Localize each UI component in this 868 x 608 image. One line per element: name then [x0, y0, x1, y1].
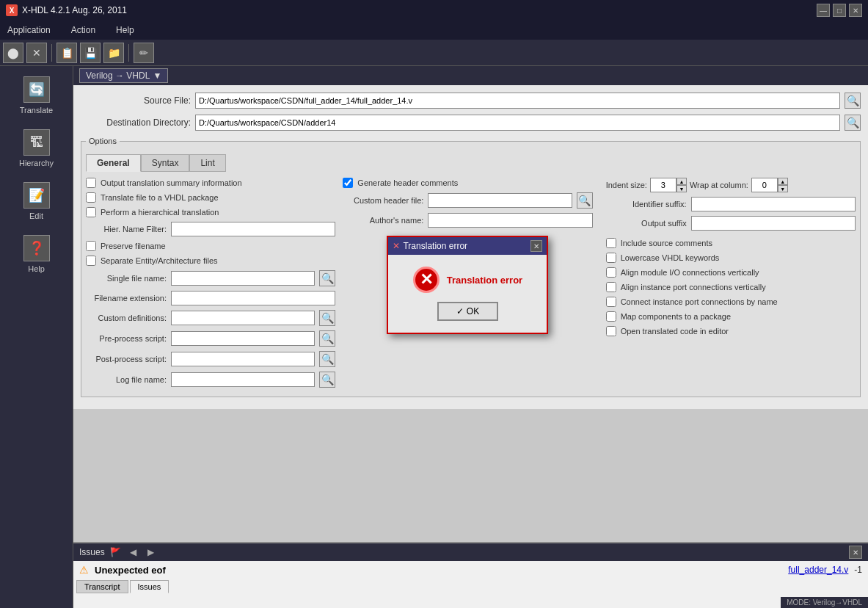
hierarchy-icon: 🏗 [23, 129, 50, 156]
app-icon: X [6, 4, 18, 16]
issues-tab-bar: Transcript Issues [73, 579, 868, 595]
identifier-suffix-label: Identifier suffix: [606, 200, 687, 209]
custom-def-input[interactable] [171, 311, 315, 325]
dialog-titlebar: ✕ Translation error ✕ [388, 237, 547, 255]
tab-transcript[interactable]: Transcript [76, 580, 128, 593]
sidebar-item-translate[interactable]: 🔄 Translate [4, 72, 70, 119]
postprocess-browse[interactable]: 🔍 [319, 351, 335, 367]
map-components-checkbox[interactable] [606, 311, 616, 322]
sidebar-item-help[interactable]: ❓ Help [4, 231, 70, 278]
indent-input[interactable] [650, 178, 676, 192]
issues-next-button[interactable]: ▶ [145, 546, 158, 559]
menu-action[interactable]: Action [67, 23, 100, 37]
hierarchical-checkbox[interactable] [86, 207, 96, 217]
custom-def-row: Custom definitions: 🔍 [86, 310, 335, 326]
single-file-input[interactable] [171, 271, 315, 286]
dialog-title-text: Translation error [403, 241, 467, 251]
maximize-button[interactable]: □ [833, 4, 846, 17]
dest-label: Destination Directory: [81, 117, 191, 128]
issue-file-link[interactable]: full_adder_14.v [788, 565, 848, 575]
output-summary-checkbox[interactable] [86, 178, 96, 188]
logfile-browse[interactable]: 🔍 [319, 372, 335, 388]
separate-entity-checkbox[interactable] [86, 256, 96, 266]
map-components-label: Map components to a package [621, 312, 731, 321]
source-input[interactable] [195, 93, 840, 109]
preprocess-browse[interactable]: 🔍 [319, 330, 335, 347]
custom-def-browse[interactable]: 🔍 [319, 310, 335, 326]
window-controls: — □ ✕ [817, 4, 862, 17]
postprocess-input[interactable] [171, 352, 315, 366]
checkbox-preserve-filename: Preserve filename [86, 241, 335, 251]
wrap-input[interactable] [751, 178, 778, 192]
issues-prev-button[interactable]: ◀ [127, 546, 140, 559]
toolbar-edit-btn[interactable]: ✏ [134, 43, 154, 63]
custom-def-label: Custom definitions: [86, 314, 167, 322]
tab-issues[interactable]: Issues [130, 580, 169, 593]
connect-instance-label: Connect instance port connections by nam… [621, 297, 778, 306]
issue-line-number: -1 [854, 565, 862, 575]
chevron-down-icon: ▼ [153, 70, 161, 81]
preserve-filename-checkbox[interactable] [86, 241, 96, 251]
options-group: Options General Syntax Lint Output trans… [81, 137, 861, 397]
lowercase-vhdl-checkbox[interactable] [606, 253, 616, 263]
output-suffix-input[interactable] [691, 216, 856, 231]
dialog-title-left: ✕ Translation error [393, 241, 467, 251]
toolbar: ⬤ ✕ 📋 💾 📁 ✏ [0, 40, 868, 66]
wrap-up-button[interactable]: ▲ [778, 178, 788, 185]
hier-filter-label: Hier. Name Filter: [86, 225, 167, 234]
single-file-browse[interactable]: 🔍 [319, 270, 335, 286]
preserve-filename-label: Preserve filename [101, 242, 166, 250]
wrap-down-button[interactable]: ▼ [778, 185, 788, 192]
source-browse-button[interactable]: 🔍 [845, 93, 861, 109]
toolbar-folder-btn[interactable]: 📁 [103, 43, 124, 63]
preprocess-input[interactable] [171, 331, 315, 346]
checkbox-include-source: Include source comments [606, 238, 856, 248]
align-module-checkbox[interactable] [606, 267, 616, 278]
tab-syntax[interactable]: Syntax [141, 154, 190, 172]
issues-close-button[interactable]: ✕ [849, 546, 862, 559]
issue-row: ⚠ Unexpected eof full_adder_14.v -1 [73, 561, 868, 579]
lowercase-vhdl-label: Lowercase VHDL keywords [621, 253, 720, 262]
connect-instance-checkbox[interactable] [606, 297, 616, 307]
mode-dropdown[interactable]: Verilog → VHDL ▼ [79, 68, 168, 83]
dialog-ok-button[interactable]: ✓ OK [437, 302, 498, 321]
app-title: X-HDL 4.2.1 Aug. 26, 2011 [22, 5, 127, 15]
indent-up-button[interactable]: ▲ [676, 178, 687, 185]
sidebar: 🔄 Translate 🏗 Hierarchy 📝 Edit ❓ Help [0, 66, 73, 608]
menu-application[interactable]: Application [3, 23, 55, 37]
toolbar-close-btn[interactable]: ✕ [26, 43, 47, 63]
translate-icon: 🔄 [23, 76, 50, 103]
open-translated-checkbox[interactable] [606, 326, 616, 336]
close-button[interactable]: ✕ [849, 4, 862, 17]
filename-ext-input[interactable] [171, 291, 335, 305]
ok-label: OK [467, 306, 479, 316]
translate-vhdl-checkbox[interactable] [86, 192, 96, 203]
toolbar-save-btn[interactable]: ⬤ [3, 43, 23, 63]
sidebar-label-hierarchy: Hierarchy [19, 159, 54, 167]
tab-lint[interactable]: Lint [189, 154, 225, 172]
tab-general[interactable]: General [86, 154, 141, 172]
minimize-button[interactable]: — [817, 4, 830, 17]
indent-down-button[interactable]: ▼ [676, 185, 687, 192]
logfile-input[interactable] [171, 372, 315, 387]
wrap-label: Wrap at column: [690, 181, 748, 189]
hier-filter-input[interactable] [171, 222, 335, 236]
indent-label: Indent size: [606, 181, 647, 189]
output-summary-label: Output translation summary information [101, 178, 242, 187]
sidebar-item-hierarchy[interactable]: 🏗 Hierarchy [4, 125, 70, 172]
identifier-suffix-input[interactable] [691, 197, 856, 211]
toolbar-open-btn[interactable]: 💾 [80, 43, 101, 63]
dest-browse-button[interactable]: 🔍 [845, 115, 861, 131]
dest-input[interactable] [195, 115, 840, 131]
include-source-checkbox[interactable] [606, 238, 616, 248]
align-instance-checkbox[interactable] [606, 282, 616, 292]
content-area: Verilog → VHDL ▼ Source File: 🔍 Destinat… [73, 66, 868, 608]
dialog-close-button[interactable]: ✕ [530, 240, 542, 252]
options-tabs: General Syntax Lint [86, 154, 856, 172]
menu-help[interactable]: Help [112, 23, 139, 37]
checkbox-lowercase-vhdl: Lowercase VHDL keywords [606, 253, 856, 263]
issue-warning-icon: ⚠ [79, 564, 89, 576]
sidebar-item-edit[interactable]: 📝 Edit [4, 178, 70, 225]
title-bar-left: X X-HDL 4.2.1 Aug. 26, 2011 [6, 4, 127, 16]
toolbar-new-btn[interactable]: 📋 [56, 43, 77, 63]
